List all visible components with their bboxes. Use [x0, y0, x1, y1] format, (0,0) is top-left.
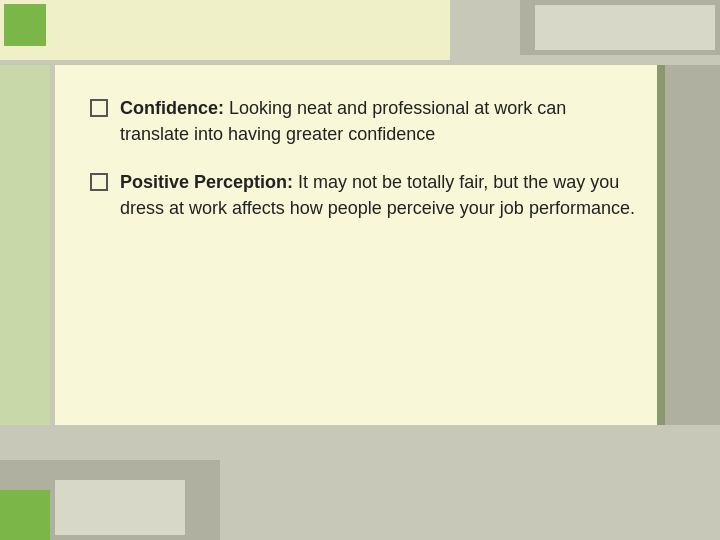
bottom-left-inner — [55, 480, 185, 535]
green-square-topleft — [4, 4, 46, 46]
green-square-bottomleft — [0, 490, 50, 540]
bullet-text-1: Confidence: Looking neat and professiona… — [120, 95, 635, 147]
bullet-item-1: Confidence: Looking neat and professiona… — [90, 95, 635, 147]
bullet2-label: Positive Perception: — [120, 172, 293, 192]
bullet-text-2: Positive Perception: It may not be total… — [120, 169, 635, 221]
bullet-checkbox-2 — [90, 173, 108, 191]
right-inner-line — [657, 65, 665, 425]
bullet-item-2: Positive Perception: It may not be total… — [90, 169, 635, 221]
bullet-checkbox-1 — [90, 99, 108, 117]
left-green-bar — [0, 65, 50, 425]
slide: Confidence: Looking neat and professiona… — [0, 0, 720, 540]
bottom-right-rect — [220, 500, 720, 540]
top-right-inner — [535, 5, 715, 50]
right-gray-bar — [665, 65, 720, 425]
main-content: Confidence: Looking neat and professiona… — [55, 65, 665, 425]
top-rect — [0, 0, 450, 60]
bullet1-label: Confidence: — [120, 98, 224, 118]
